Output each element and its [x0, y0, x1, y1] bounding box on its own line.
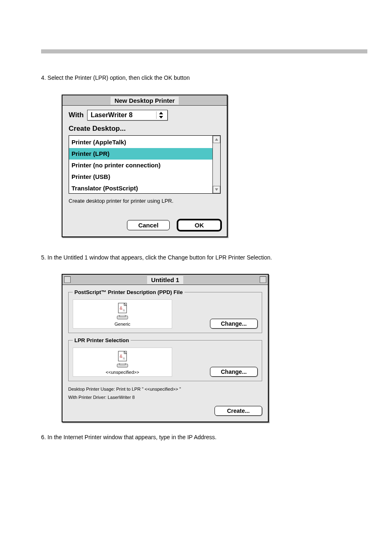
create-button[interactable]: Create...	[214, 406, 262, 416]
printer-icon	[116, 363, 129, 368]
with-driver-dropdown[interactable]: LaserWriter 8	[87, 110, 168, 120]
cancel-button[interactable]: Cancel	[127, 220, 170, 230]
create-desktop-label: Create Desktop...	[69, 125, 221, 133]
svg-marker-0	[215, 138, 218, 141]
ppd-group-title: PostScript™ Printer Description (PPD) Fi…	[73, 289, 184, 295]
step-5-text: 5. In the Untitled 1 window that appears…	[41, 254, 367, 262]
lpr-selection-group: LPR Printer Selection & & <<	[68, 337, 262, 381]
triangle-down-icon	[214, 188, 219, 191]
postscript-document-icon: & &	[116, 350, 129, 363]
selection-hint-text: Create desktop printer for printer using…	[69, 198, 221, 217]
ppd-icon-label: Generic	[115, 322, 131, 327]
listbox-scrollbar[interactable]	[212, 136, 220, 193]
lpr-group-title: LPR Printer Selection	[73, 337, 131, 343]
dialog2-titlebar: Untitled 1	[62, 275, 268, 285]
step-4-text: 4. Select the Printer (LPR) option, then…	[41, 74, 367, 82]
new-desktop-printer-dialog: New Desktop Printer With LaserWriter 8 C…	[62, 95, 228, 237]
dialog1-titlebar: New Desktop Printer	[62, 95, 227, 106]
list-item-appletalk[interactable]: Printer (AppleTalk)	[69, 137, 212, 148]
svg-rect-13	[120, 363, 125, 365]
usage-text: Desktop Printer Usage: Print to LPR " <<…	[68, 385, 262, 394]
ppd-icon-area: & & Generic	[73, 299, 172, 329]
svg-rect-7	[120, 315, 125, 317]
svg-text:&: &	[123, 308, 125, 312]
svg-text:&: &	[123, 357, 125, 360]
untitled1-window: Untitled 1 PostScript™ Printer Descripti…	[62, 274, 269, 422]
dropdown-arrows-icon	[156, 111, 165, 119]
list-item-usb[interactable]: Printer (USB)	[69, 171, 212, 183]
with-driver-value: LaserWriter 8	[91, 111, 133, 119]
ok-button[interactable]: OK	[178, 220, 221, 230]
window-collapse-icon[interactable]	[260, 276, 266, 283]
printer-type-listbox: Printer (AppleTalk) Printer (LPR) Printe…	[69, 135, 221, 194]
driver-text: With Printer Driver: LaserWriter 8	[68, 394, 262, 402]
lpr-icon-label: <<unspecified>>	[106, 370, 139, 375]
printer-icon	[116, 315, 129, 320]
ppd-file-group: PostScript™ Printer Description (PPD) Fi…	[68, 289, 262, 333]
header-divider	[41, 49, 367, 53]
triangle-up-icon	[214, 138, 219, 141]
scroll-up-button[interactable]	[213, 136, 220, 143]
dialog1-title: New Desktop Printer	[111, 96, 179, 105]
step-6-text: 6. In the Internet Printer window that a…	[41, 434, 367, 440]
list-item-postscript[interactable]: Translator (PostScript)	[69, 183, 212, 193]
postscript-document-icon: & &	[116, 302, 129, 315]
scroll-down-button[interactable]	[213, 186, 220, 193]
lpr-icon-area: & & <<unspecified>>	[73, 348, 172, 377]
svg-text:&: &	[120, 306, 122, 310]
ppd-change-button[interactable]: Change...	[210, 319, 258, 329]
list-item-lpr[interactable]: Printer (LPR)	[69, 148, 212, 160]
window-close-icon[interactable]	[64, 276, 71, 283]
svg-text:&: &	[120, 354, 122, 359]
with-label: With	[69, 111, 84, 119]
svg-marker-1	[215, 188, 218, 191]
list-item-no-connection[interactable]: Printer (no printer connection)	[69, 160, 212, 171]
dialog2-title: Untitled 1	[147, 276, 183, 284]
lpr-change-button[interactable]: Change...	[210, 367, 258, 377]
